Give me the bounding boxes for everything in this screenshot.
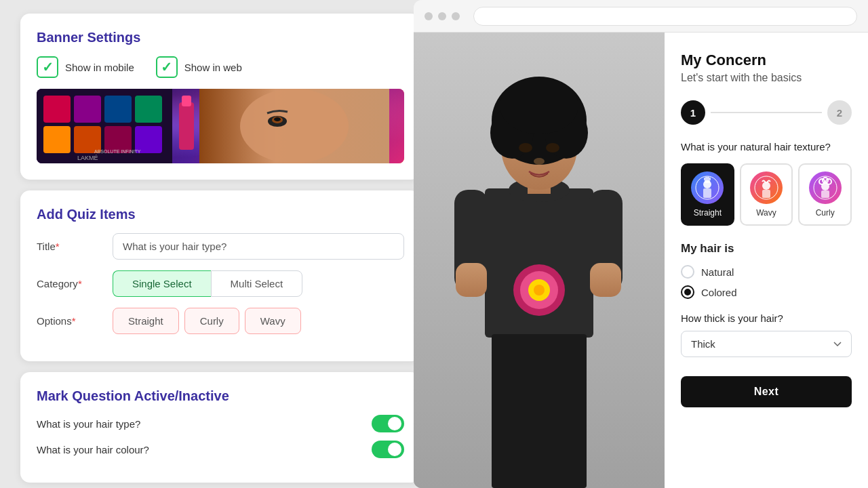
svg-rect-29 bbox=[492, 334, 587, 488]
quiz-preview-subtitle: Let's start with the basics bbox=[681, 72, 852, 84]
wavy-hair-svg bbox=[754, 176, 778, 200]
svg-point-12 bbox=[240, 89, 349, 163]
svg-rect-4 bbox=[135, 96, 162, 123]
svg-rect-5 bbox=[43, 126, 71, 153]
single-select-button[interactable]: Single Select bbox=[113, 270, 211, 297]
svg-point-36 bbox=[519, 143, 532, 152]
left-panel: Banner Settings ✓ Show in mobile ✓ Show … bbox=[20, 14, 420, 483]
browser-dot-1 bbox=[425, 12, 433, 20]
svg-rect-1 bbox=[43, 96, 71, 123]
banner-svg: LAKMÉ ABSOLUTE INFINITY bbox=[37, 89, 389, 163]
wavy-icon bbox=[750, 171, 783, 204]
svg-rect-9 bbox=[179, 102, 194, 150]
preview-content: My Concern Let's start with the basics 1… bbox=[414, 33, 868, 488]
multi-select-button[interactable]: Multi Select bbox=[211, 270, 303, 297]
toggle-label-1: What is your hair type? bbox=[37, 418, 140, 430]
category-row: Category* Single Select Multi Select bbox=[37, 270, 404, 297]
options-buttons: Straight Curly Wavy bbox=[113, 308, 404, 334]
mark-question-card: Mark Question Active/Inactive What is yo… bbox=[20, 372, 420, 483]
svg-rect-23 bbox=[456, 263, 487, 297]
category-form-label: Category* bbox=[37, 278, 104, 289]
title-row: Title* bbox=[37, 233, 404, 260]
colored-radio-label: Colored bbox=[701, 287, 737, 298]
hair-option-wavy[interactable]: Wavy bbox=[740, 163, 793, 226]
svg-point-54 bbox=[823, 178, 828, 183]
straight-label: Straight bbox=[688, 208, 728, 218]
step-1[interactable]: 1 bbox=[681, 100, 705, 125]
title-input[interactable] bbox=[113, 233, 404, 260]
curly-label: Curly bbox=[805, 208, 845, 218]
colored-radio-inner bbox=[684, 289, 691, 296]
banner-settings-card: Banner Settings ✓ Show in mobile ✓ Show … bbox=[20, 14, 420, 180]
options-form-label: Options* bbox=[37, 315, 104, 327]
hair-is-label: My hair is bbox=[681, 242, 852, 256]
browser-bar bbox=[414, 0, 868, 33]
svg-rect-2 bbox=[74, 96, 101, 123]
natural-radio[interactable]: Natural bbox=[681, 265, 852, 279]
hair-texture-question: What is your natural hair texture? bbox=[681, 141, 852, 152]
model-background bbox=[414, 33, 665, 488]
options-row: Options* Straight Curly Wavy bbox=[37, 308, 404, 334]
svg-rect-24 bbox=[590, 263, 621, 297]
thickness-question: How thick is your hair? bbox=[681, 312, 852, 324]
option-wavy[interactable]: Wavy bbox=[245, 308, 301, 334]
natural-radio-label: Natural bbox=[701, 266, 734, 278]
web-checkbox[interactable]: ✓ bbox=[156, 56, 178, 78]
banner-checks: ✓ Show in mobile ✓ Show in web bbox=[37, 56, 404, 78]
svg-point-55 bbox=[826, 179, 831, 184]
svg-point-28 bbox=[534, 285, 545, 296]
category-buttons: Single Select Multi Select bbox=[113, 270, 404, 297]
svg-text:ABSOLUTE INFINITY: ABSOLUTE INFINITY bbox=[94, 149, 141, 154]
colored-radio[interactable]: Colored bbox=[681, 285, 852, 299]
add-quiz-card: Add Quiz Items Title* Category* Single S… bbox=[20, 190, 420, 361]
hair-option-straight[interactable]: Straight bbox=[681, 163, 734, 226]
svg-text:LAKMÉ: LAKMÉ bbox=[77, 155, 98, 161]
option-straight[interactable]: Straight bbox=[113, 308, 179, 334]
svg-point-15 bbox=[274, 117, 281, 121]
svg-rect-56 bbox=[821, 190, 829, 198]
model-image-area bbox=[414, 33, 665, 488]
next-button[interactable]: Next bbox=[681, 376, 852, 407]
mobile-checkbox[interactable]: ✓ bbox=[37, 56, 58, 78]
toggle-row-2: What is your hair colour? bbox=[37, 441, 404, 458]
mobile-label: Show in mobile bbox=[65, 62, 134, 73]
web-check-item[interactable]: ✓ Show in web bbox=[156, 56, 242, 78]
radio-group: Natural Colored bbox=[681, 265, 852, 299]
browser-dot-3 bbox=[452, 12, 460, 20]
title-form-label: Title* bbox=[37, 241, 104, 252]
mobile-check-item[interactable]: ✓ Show in mobile bbox=[37, 56, 134, 78]
step-2[interactable]: 2 bbox=[827, 100, 852, 125]
quiz-preview-title: My Concern bbox=[681, 52, 852, 69]
quiz-panel: My Concern Let's start with the basics 1… bbox=[665, 33, 868, 488]
thickness-select[interactable]: Thick Thin Medium bbox=[681, 331, 852, 357]
svg-point-37 bbox=[546, 143, 559, 152]
svg-rect-3 bbox=[104, 96, 132, 123]
web-checkmark: ✓ bbox=[161, 59, 172, 75]
hair-texture-options: Straight Wavy bbox=[681, 163, 852, 226]
toggle-label-2: What is your hair colour? bbox=[37, 444, 149, 455]
banner-image: LAKMÉ ABSOLUTE INFINITY bbox=[37, 89, 404, 163]
browser-address-bar bbox=[473, 7, 857, 26]
banner-title: Banner Settings bbox=[37, 30, 404, 45]
wavy-label: Wavy bbox=[747, 208, 787, 218]
options-required: * bbox=[72, 315, 76, 327]
step-line bbox=[711, 112, 822, 113]
browser-dot-2 bbox=[438, 12, 446, 20]
web-label: Show in web bbox=[184, 62, 242, 73]
toggle-2[interactable] bbox=[372, 441, 404, 458]
curly-hair-svg bbox=[813, 176, 837, 200]
svg-rect-41 bbox=[705, 180, 710, 183]
toggle-1[interactable] bbox=[372, 415, 404, 432]
option-curly[interactable]: Curly bbox=[184, 308, 239, 334]
title-required: * bbox=[56, 241, 60, 252]
mobile-checkmark: ✓ bbox=[42, 59, 54, 75]
mark-question-title: Mark Question Active/Inactive bbox=[37, 388, 404, 404]
preview-panel: My Concern Let's start with the basics 1… bbox=[414, 0, 868, 488]
svg-point-38 bbox=[534, 158, 545, 165]
svg-point-35 bbox=[500, 77, 578, 134]
svg-point-53 bbox=[819, 179, 825, 184]
straight-hair-svg bbox=[695, 176, 719, 200]
natural-radio-outer bbox=[681, 265, 694, 279]
hair-option-curly[interactable]: Curly bbox=[798, 163, 852, 226]
svg-rect-10 bbox=[182, 96, 191, 106]
